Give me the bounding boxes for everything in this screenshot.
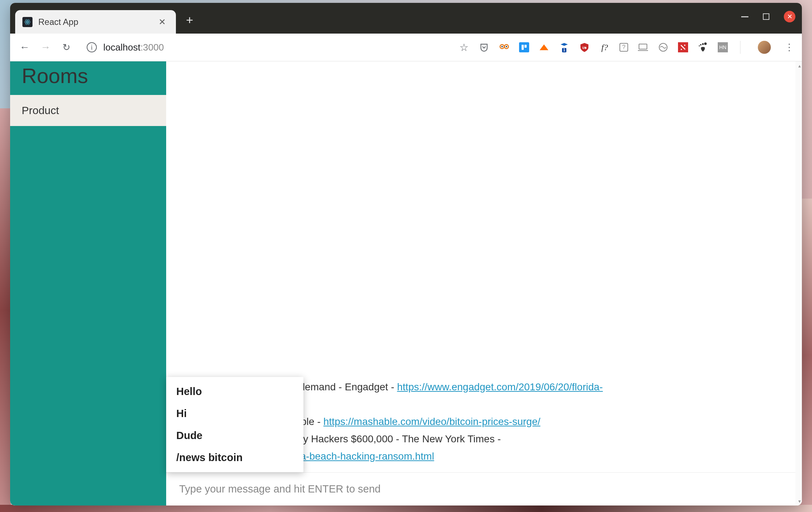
svg-point-0 [27, 21, 28, 22]
orange-extension-icon[interactable] [539, 42, 549, 53]
scrollbar[interactable]: ▴ ▾ [795, 61, 802, 506]
message-link[interactable]: https://www.engadget.com/2019/06/20/flor… [397, 381, 603, 392]
sidebar-title: Rooms [10, 61, 166, 95]
url-port: :3000 [141, 42, 164, 53]
tab-title: React App [38, 17, 156, 27]
svg-point-18 [704, 43, 707, 45]
lighthouse-extension-icon[interactable]: ? [619, 43, 628, 52]
desktop-wallpaper-right [801, 199, 812, 512]
react-logo-icon [24, 19, 31, 25]
window-controls: ✕ [741, 11, 795, 22]
browser-menu-button[interactable]: ⋮ [784, 42, 795, 53]
svg-text:ᴜʙ: ᴜʙ [582, 45, 587, 49]
room-item-product[interactable]: Product [10, 95, 166, 126]
red-extension-icon[interactable] [678, 42, 688, 52]
desktop-wallpaper-left [0, 108, 11, 512]
arrow-left-icon: ← [20, 42, 30, 53]
svg-point-20 [700, 44, 701, 45]
wave-extension-icon[interactable] [658, 42, 669, 53]
desktop-wallpaper-bottom [0, 505, 812, 512]
tab-close-button[interactable]: ✕ [156, 16, 169, 29]
svg-point-9 [506, 46, 507, 47]
popup-item[interactable]: Hello [166, 381, 303, 403]
svg-point-21 [699, 45, 700, 47]
react-favicon [22, 17, 33, 27]
browser-titlebar: React App ✕ + ✕ [10, 3, 802, 34]
bookmark-star-icon[interactable]: ☆ [458, 42, 469, 53]
svg-point-8 [501, 46, 503, 47]
site-info-icon[interactable]: i [87, 42, 97, 52]
message-input[interactable] [179, 483, 789, 495]
svg-text:1: 1 [563, 48, 565, 52]
window-minimize-button[interactable] [741, 16, 748, 17]
reload-icon: ↻ [62, 42, 70, 53]
new-tab-button[interactable]: + [186, 13, 193, 27]
svg-rect-15 [639, 44, 647, 49]
window-close-button[interactable]: ✕ [784, 11, 795, 22]
pocket-extension-icon[interactable] [479, 42, 489, 53]
toolbar-divider [740, 41, 740, 54]
trello-extension-icon[interactable] [519, 42, 529, 52]
owl-extension-icon[interactable] [499, 42, 510, 53]
forward-button[interactable]: → [38, 40, 53, 55]
browser-window: React App ✕ + ✕ ← → ↻ i localhost:3000 [10, 3, 802, 506]
profile-avatar[interactable] [758, 41, 771, 54]
window-maximize-button[interactable] [763, 13, 769, 20]
address-bar[interactable]: i localhost:3000 [87, 42, 164, 53]
svg-point-19 [702, 43, 704, 45]
scroll-up-icon: ▴ [798, 63, 801, 69]
browser-toolbar: ← → ↻ i localhost:3000 ☆ [10, 34, 802, 61]
message-input-bar [166, 472, 802, 506]
devtools-extension-icon[interactable] [638, 42, 648, 53]
popup-item[interactable]: Dude [166, 425, 303, 447]
browser-tab[interactable]: React App ✕ [15, 10, 176, 34]
app-content: Rooms Product ▴ ▾ 0,000 bitcoin ransomwa… [10, 61, 802, 506]
sidebar: Rooms Product [10, 61, 166, 506]
popup-item[interactable]: /news bitcoin [166, 447, 303, 469]
gnome-extension-icon[interactable] [697, 42, 708, 53]
url-host: localhost [103, 42, 141, 53]
whatfont-extension-icon[interactable]: f? [599, 42, 610, 53]
svg-rect-11 [524, 45, 527, 48]
hackernews-extension-icon[interactable]: HN [718, 42, 728, 52]
autocomplete-popup: Hello Hi Dude /news bitcoin [166, 377, 303, 472]
arrow-right-icon: → [40, 42, 51, 53]
svg-rect-10 [522, 45, 524, 50]
scroll-down-icon: ▾ [798, 498, 801, 504]
reload-button[interactable]: ↻ [59, 40, 74, 55]
ublock-extension-icon[interactable]: ᴜʙ [579, 42, 590, 53]
toolbar-icons: ☆ 1 ᴜʙ f? ? [458, 41, 795, 54]
message-link[interactable]: https://mashable.com/video/bitcoin-price… [323, 416, 540, 427]
back-button[interactable]: ← [17, 40, 32, 55]
popup-item[interactable]: Hi [166, 403, 303, 425]
bluebadge-extension-icon[interactable]: 1 [559, 42, 570, 53]
